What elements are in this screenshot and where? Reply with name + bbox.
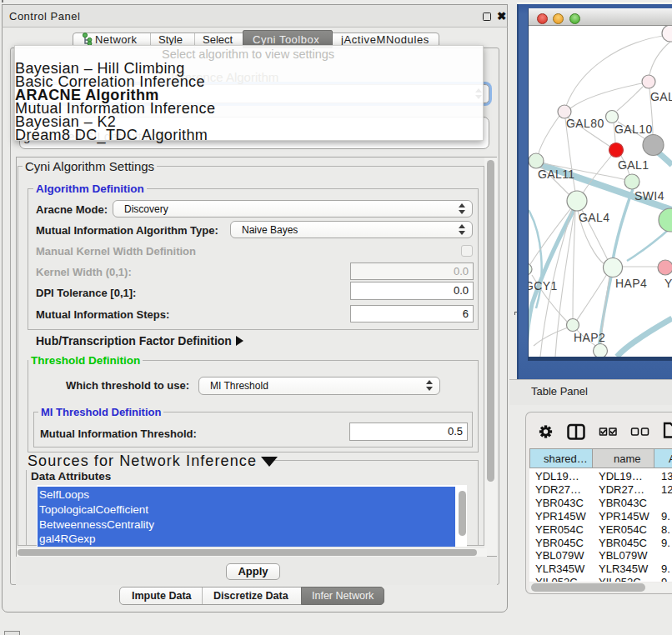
svg-text:GAL10: GAL10 [614,122,653,136]
svg-text:GAL7: GAL7 [650,90,672,103]
svg-text:SWI4: SWI4 [634,189,664,202]
svg-text:HAP4: HAP4 [615,277,647,290]
svg-text:GAL11: GAL11 [538,168,575,181]
svg-text:GCY1: GCY1 [529,279,558,292]
svg-text:GAL1: GAL1 [618,158,649,172]
svg-text:GAL4: GAL4 [579,211,609,224]
svg-text:GAL80: GAL80 [566,117,604,130]
svg-text:HAP2: HAP2 [574,331,605,344]
svg-text:YJ: YJ [664,277,672,290]
